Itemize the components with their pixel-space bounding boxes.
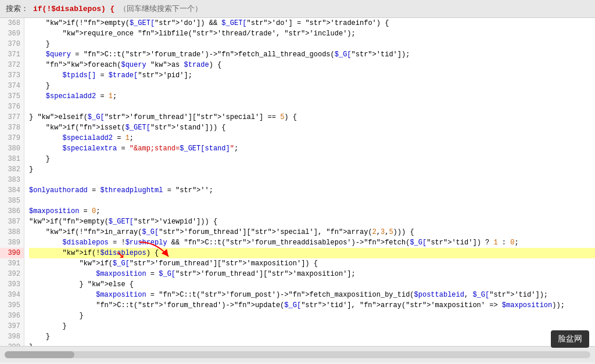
code-line: "kw">if(!"fn">in_array($_G["str">'forum_… xyxy=(29,227,595,237)
line-number: 395 xyxy=(0,300,24,311)
line-number: 374 xyxy=(0,81,24,91)
scrollbar-track[interactable] xyxy=(5,351,590,358)
line-number: 385 xyxy=(0,196,24,206)
line-number: 387 xyxy=(0,217,24,227)
code-line: $specialadd2 = 1; xyxy=(29,133,595,143)
search-query: if(!$disablepos) { xyxy=(33,5,114,13)
code-area: 3683693703713723733743753763773783793803… xyxy=(0,18,595,346)
line-number: 397 xyxy=(0,321,24,331)
line-number: 380 xyxy=(0,143,24,154)
line-number: 388 xyxy=(0,227,24,237)
code-line: } xyxy=(29,311,595,321)
code-line: "kw">if(!$disablepos) { xyxy=(29,248,595,258)
code-line: $onlyauthoradd = $threadplughtml = "str"… xyxy=(29,185,595,196)
line-number: 390 xyxy=(0,248,24,258)
line-number: 379 xyxy=(0,133,24,143)
line-number: 398 xyxy=(0,331,24,342)
code-line: "fn">"kw">foreach($query "kw">as $trade)… xyxy=(29,60,595,70)
line-number: 384 xyxy=(0,185,24,196)
code-line: "kw">if($_G["str">'forum_thread']["str">… xyxy=(29,258,595,269)
line-number: 376 xyxy=(0,102,24,112)
line-number: 372 xyxy=(0,60,24,70)
watermark: 脸盆网 xyxy=(551,330,589,348)
line-number: 383 xyxy=(0,175,24,185)
code-line: } xyxy=(29,342,595,346)
code-line: $tpids[] = $trade["str">'pid']; xyxy=(29,70,595,81)
code-line: $specialextra = "&amp;stand=$_GET[stand]… xyxy=(29,143,595,154)
line-number: 368 xyxy=(0,18,24,28)
bottom-bar xyxy=(0,346,595,362)
code-line: $maxposition = $_G["str">'forum_thread']… xyxy=(29,269,595,279)
line-number: 370 xyxy=(0,39,24,49)
code-line: $maxposition = "fn">C::t("str">'forum_po… xyxy=(29,290,595,300)
line-number: 386 xyxy=(0,206,24,217)
code-line: } xyxy=(29,154,595,164)
line-number: 369 xyxy=(0,28,24,39)
line-number: 396 xyxy=(0,311,24,321)
scrollbar-thumb[interactable] xyxy=(5,351,74,358)
line-number: 371 xyxy=(0,49,24,60)
code-line: "kw">require_once "fn">libfile("str">'th… xyxy=(29,28,595,39)
line-number: 381 xyxy=(0,154,24,164)
code-line: } "kw">else { xyxy=(29,279,595,290)
code-line: $specialadd2 = 1; xyxy=(29,91,595,102)
line-number: 375 xyxy=(0,91,24,102)
code-line: } xyxy=(29,164,595,175)
code-line: "fn">C::t("str">'forum_thread')->"fn">up… xyxy=(29,300,595,311)
code-line: } xyxy=(29,81,595,91)
line-numbers: 3683693703713723733743753763773783793803… xyxy=(0,18,24,346)
code-line: $disablepos = !$rushreply && "fn">C::t("… xyxy=(29,237,595,248)
line-number: 394 xyxy=(0,290,24,300)
search-bar: 搜索： if(!$disablepos) { （回车继续搜索下一个） xyxy=(0,0,595,18)
code-content[interactable]: "kw">if(!"fn">empty($_GET["str">'do']) &… xyxy=(24,18,595,346)
code-line: "kw">if("fn">empty($_GET["str">'viewpid'… xyxy=(29,217,595,227)
code-line xyxy=(29,102,595,112)
code-line: "kw">if(!"fn">empty($_GET["str">'do']) &… xyxy=(29,18,595,28)
code-line: } xyxy=(29,39,595,49)
code-line: "kw">if("fn">isset($_GET["str">'stand'])… xyxy=(29,122,595,133)
code-line xyxy=(29,196,595,206)
code-line: $maxposition = 0; xyxy=(29,206,595,217)
search-label: 搜索： xyxy=(6,3,28,14)
line-number: 393 xyxy=(0,279,24,290)
code-line: } xyxy=(29,321,595,331)
line-number: 399 xyxy=(0,342,24,346)
line-number: 382 xyxy=(0,164,24,175)
code-line xyxy=(29,175,595,185)
code-line: } xyxy=(29,331,595,342)
code-line: $query = "fn">C::t("str">'forum_trade')-… xyxy=(29,49,595,60)
code-line: } "kw">elseif($_G["str">'forum_thread'][… xyxy=(29,112,595,122)
line-number: 377 xyxy=(0,112,24,122)
line-number: 373 xyxy=(0,70,24,81)
line-number: 378 xyxy=(0,122,24,133)
line-number: 391 xyxy=(0,258,24,269)
search-hint: （回车继续搜索下一个） xyxy=(119,3,202,14)
line-number: 389 xyxy=(0,237,24,248)
line-number: 392 xyxy=(0,269,24,279)
